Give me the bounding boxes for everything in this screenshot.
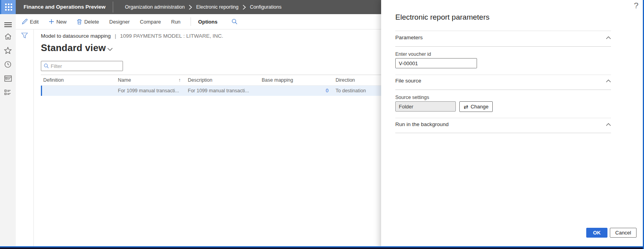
app-launcher-button[interactable]: [0, 0, 16, 14]
filter-funnel-icon[interactable]: [21, 33, 28, 40]
column-header-direction[interactable]: Direction: [333, 77, 381, 83]
search-icon[interactable]: [231, 18, 238, 25]
recent-clock-icon[interactable]: [0, 59, 16, 70]
column-header-name-label: Name: [118, 77, 131, 83]
column-header-base-mapping[interactable]: Base mapping: [259, 77, 333, 83]
taskbar-edge: [0, 247, 644, 249]
modules-list-icon[interactable]: [0, 88, 16, 98]
breadcrumb-item-configurations[interactable]: Configurations: [250, 4, 282, 10]
new-button[interactable]: New: [49, 19, 66, 25]
edit-label: Edit: [30, 19, 39, 25]
section-parameters-label: Parameters: [395, 35, 423, 40]
divider: [395, 118, 611, 118]
page-caption: Model to datasource mapping | 1099 PAYME…: [41, 33, 223, 39]
waffle-icon: [5, 4, 12, 11]
source-settings-input: [395, 101, 456, 112]
chevron-up-icon: [606, 78, 611, 84]
view-selector[interactable]: Standard view: [41, 42, 113, 53]
search-icon: [44, 63, 49, 69]
divider: [395, 75, 611, 75]
electronic-report-parameters-dialog: ? Electronic report parameters Parameter…: [381, 0, 644, 249]
table-row[interactable]: For 1099 manual transacti... For 1099 ma…: [41, 86, 381, 96]
help-icon[interactable]: ?: [634, 1, 638, 10]
cell-direction: To destination: [333, 88, 381, 93]
edit-button[interactable]: Edit: [22, 18, 39, 25]
section-parameters[interactable]: Parameters: [395, 35, 611, 40]
hamburger-menu-icon[interactable]: [0, 18, 16, 28]
change-button[interactable]: ⇄ Change: [459, 101, 493, 112]
cell-base-mapping: 0: [259, 88, 333, 93]
view-title: Standard view: [41, 42, 106, 53]
compare-button[interactable]: Compare: [140, 19, 161, 25]
options-label: Options: [198, 19, 217, 25]
voucher-id-label: Enter voucher id: [395, 51, 431, 57]
app-title[interactable]: Finance and Operations Preview: [24, 0, 106, 14]
sort-ascending-icon: ↑: [178, 77, 181, 83]
filter-input[interactable]: [51, 63, 120, 69]
action-bar: Edit New Delete Designer Compare Run Opt…: [16, 14, 381, 29]
chevron-down-icon: [107, 46, 113, 53]
chevron-right-icon: [189, 5, 192, 10]
options-menu[interactable]: Options: [198, 19, 217, 25]
workspaces-icon[interactable]: [0, 73, 16, 84]
grid-filter-box: [41, 61, 123, 71]
section-file-source[interactable]: File source: [395, 78, 611, 84]
dialog-button-row: OK Cancel: [586, 228, 637, 238]
home-icon[interactable]: [0, 31, 16, 42]
breadcrumb: Organization administration Electronic r…: [125, 0, 281, 14]
new-label: New: [56, 19, 66, 25]
main-content: Model to datasource mapping | 1099 PAYME…: [34, 29, 381, 246]
compare-label: Compare: [140, 19, 161, 25]
ok-button[interactable]: OK: [586, 228, 607, 238]
designer-label: Designer: [109, 19, 130, 25]
chevron-up-icon: [606, 35, 611, 40]
delete-button[interactable]: Delete: [77, 19, 99, 25]
breadcrumb-item-electronic-reporting[interactable]: Electronic reporting: [196, 4, 239, 10]
topbar-divider: [113, 2, 113, 13]
divider: [395, 90, 611, 90]
caption-separator: |: [115, 33, 116, 39]
source-settings-label: Source settings: [395, 95, 429, 100]
chevron-right-icon: [242, 5, 246, 10]
navigation-sidebar: [0, 14, 16, 249]
section-file-source-label: File source: [395, 78, 421, 84]
form-caption: Model to datasource mapping: [41, 33, 111, 39]
divider: [395, 133, 611, 133]
swap-arrows-icon: ⇄: [464, 104, 468, 110]
trash-icon: [77, 19, 82, 25]
column-header-definition[interactable]: Definition: [41, 77, 116, 83]
filter-pane-strip: [16, 29, 34, 246]
configurations-grid: Definition Name ↑ Description Base mappi…: [41, 75, 381, 96]
section-run-in-background[interactable]: Run in the background: [395, 121, 611, 127]
pencil-icon: [22, 18, 28, 25]
grid-header-row: Definition Name ↑ Description Base mappi…: [41, 75, 381, 86]
plus-icon: [49, 19, 54, 24]
designer-button[interactable]: Designer: [109, 19, 130, 25]
delete-label: Delete: [84, 19, 99, 25]
column-header-description[interactable]: Description: [185, 77, 259, 83]
voucher-id-input[interactable]: [395, 58, 477, 68]
divider: [395, 46, 611, 47]
record-caption: 1099 PAYMENTS MODEL : LITWARE, INC.: [120, 33, 223, 39]
breadcrumb-item-org-admin[interactable]: Organization administration: [125, 4, 185, 10]
actionbar-divider: [191, 17, 191, 26]
change-button-label: Change: [471, 104, 489, 110]
favorites-star-icon[interactable]: [0, 45, 16, 55]
cell-name: For 1099 manual transacti...: [116, 88, 185, 93]
run-button[interactable]: Run: [171, 19, 181, 25]
divider: [395, 31, 611, 31]
column-header-name[interactable]: Name ↑: [116, 77, 185, 83]
chevron-up-icon: [606, 121, 611, 127]
cancel-button[interactable]: Cancel: [610, 228, 637, 238]
cell-description: For 1099 manual transacti...: [185, 88, 259, 93]
dialog-title: Electronic report parameters: [395, 13, 490, 22]
section-run-in-background-label: Run in the background: [395, 121, 449, 127]
run-label: Run: [171, 19, 181, 25]
